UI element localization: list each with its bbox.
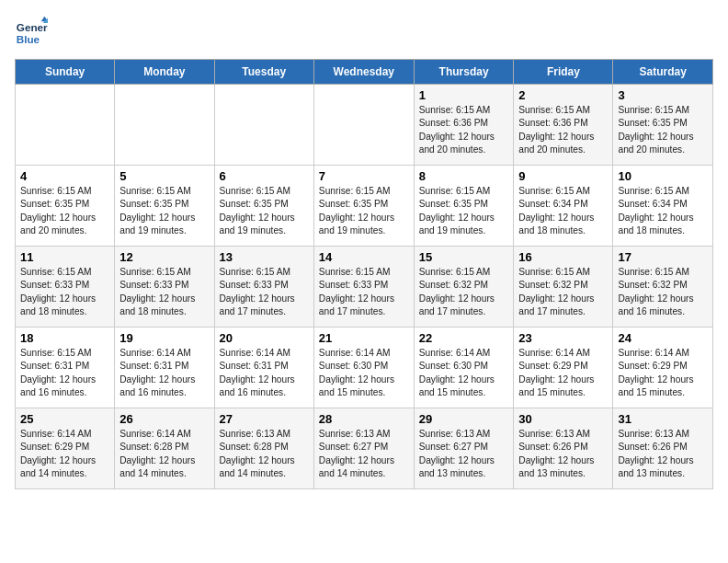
day-cell: 1Sunrise: 6:15 AM Sunset: 6:36 PM Daylig…: [414, 85, 514, 166]
logo-icon: General Blue: [15, 15, 48, 48]
day-number: 16: [518, 250, 608, 264]
day-number: 6: [220, 169, 309, 183]
day-number: 25: [20, 412, 109, 426]
day-info: Sunrise: 6:15 AM Sunset: 6:32 PM Dayligh…: [618, 266, 708, 318]
day-cell: 18Sunrise: 6:15 AM Sunset: 6:31 PM Dayli…: [16, 327, 115, 408]
week-row-1: 1Sunrise: 6:15 AM Sunset: 6:36 PM Daylig…: [16, 85, 713, 166]
day-cell: [214, 85, 313, 166]
day-number: 1: [419, 88, 509, 102]
day-number: 17: [618, 250, 708, 264]
day-number: 23: [518, 331, 608, 345]
day-number: 22: [419, 331, 509, 345]
day-info: Sunrise: 6:15 AM Sunset: 6:35 PM Dayligh…: [618, 104, 708, 156]
day-header-thursday: Thursday: [414, 60, 514, 85]
day-info: Sunrise: 6:15 AM Sunset: 6:33 PM Dayligh…: [119, 266, 209, 318]
day-info: Sunrise: 6:14 AM Sunset: 6:30 PM Dayligh…: [419, 347, 509, 399]
day-cell: 5Sunrise: 6:15 AM Sunset: 6:35 PM Daylig…: [115, 166, 214, 247]
day-info: Sunrise: 6:14 AM Sunset: 6:29 PM Dayligh…: [20, 428, 109, 480]
week-row-3: 11Sunrise: 6:15 AM Sunset: 6:33 PM Dayli…: [16, 247, 713, 327]
day-cell: 7Sunrise: 6:15 AM Sunset: 6:35 PM Daylig…: [313, 166, 414, 247]
day-info: Sunrise: 6:13 AM Sunset: 6:28 PM Dayligh…: [220, 428, 309, 480]
day-cell: 21Sunrise: 6:14 AM Sunset: 6:30 PM Dayli…: [313, 327, 414, 408]
day-number: 15: [419, 250, 509, 264]
day-header-sunday: Sunday: [16, 60, 115, 85]
day-cell: 15Sunrise: 6:15 AM Sunset: 6:32 PM Dayli…: [414, 247, 514, 327]
day-header-wednesday: Wednesday: [313, 60, 414, 85]
day-number: 27: [220, 412, 309, 426]
day-info: Sunrise: 6:14 AM Sunset: 6:30 PM Dayligh…: [319, 347, 409, 399]
day-number: 2: [518, 88, 608, 102]
day-cell: [16, 85, 115, 166]
day-info: Sunrise: 6:15 AM Sunset: 6:33 PM Dayligh…: [220, 266, 309, 318]
day-info: Sunrise: 6:15 AM Sunset: 6:32 PM Dayligh…: [518, 266, 608, 318]
day-number: 5: [119, 169, 209, 183]
day-cell: [313, 85, 414, 166]
day-cell: 24Sunrise: 6:14 AM Sunset: 6:29 PM Dayli…: [613, 327, 713, 408]
day-number: 19: [119, 331, 209, 345]
day-cell: 8Sunrise: 6:15 AM Sunset: 6:35 PM Daylig…: [414, 166, 514, 247]
day-number: 12: [119, 250, 209, 264]
day-number: 3: [618, 88, 708, 102]
day-cell: 25Sunrise: 6:14 AM Sunset: 6:29 PM Dayli…: [16, 408, 115, 489]
calendar-body: 1Sunrise: 6:15 AM Sunset: 6:36 PM Daylig…: [16, 85, 713, 489]
day-cell: 4Sunrise: 6:15 AM Sunset: 6:35 PM Daylig…: [16, 166, 115, 247]
day-cell: [115, 85, 214, 166]
day-cell: 23Sunrise: 6:14 AM Sunset: 6:29 PM Dayli…: [514, 327, 613, 408]
day-number: 31: [618, 412, 708, 426]
day-info: Sunrise: 6:15 AM Sunset: 6:35 PM Dayligh…: [220, 185, 309, 237]
week-row-2: 4Sunrise: 6:15 AM Sunset: 6:35 PM Daylig…: [16, 166, 713, 247]
day-cell: 10Sunrise: 6:15 AM Sunset: 6:34 PM Dayli…: [613, 166, 713, 247]
day-header-tuesday: Tuesday: [214, 60, 313, 85]
day-header-monday: Monday: [115, 60, 214, 85]
day-cell: 27Sunrise: 6:13 AM Sunset: 6:28 PM Dayli…: [214, 408, 313, 489]
day-info: Sunrise: 6:15 AM Sunset: 6:35 PM Dayligh…: [319, 185, 409, 237]
day-cell: 31Sunrise: 6:13 AM Sunset: 6:26 PM Dayli…: [613, 408, 713, 489]
day-header-friday: Friday: [514, 60, 613, 85]
day-cell: 28Sunrise: 6:13 AM Sunset: 6:27 PM Dayli…: [313, 408, 414, 489]
day-info: Sunrise: 6:14 AM Sunset: 6:28 PM Dayligh…: [119, 428, 209, 480]
day-cell: 16Sunrise: 6:15 AM Sunset: 6:32 PM Dayli…: [514, 247, 613, 327]
day-info: Sunrise: 6:14 AM Sunset: 6:31 PM Dayligh…: [119, 347, 209, 399]
day-number: 11: [20, 250, 109, 264]
day-info: Sunrise: 6:15 AM Sunset: 6:33 PM Dayligh…: [20, 266, 109, 318]
day-info: Sunrise: 6:15 AM Sunset: 6:31 PM Dayligh…: [20, 347, 109, 399]
day-cell: 22Sunrise: 6:14 AM Sunset: 6:30 PM Dayli…: [414, 327, 514, 408]
logo: General Blue: [15, 15, 48, 48]
day-cell: 17Sunrise: 6:15 AM Sunset: 6:32 PM Dayli…: [613, 247, 713, 327]
day-info: Sunrise: 6:15 AM Sunset: 6:35 PM Dayligh…: [419, 185, 509, 237]
calendar-table: SundayMondayTuesdayWednesdayThursdayFrid…: [15, 59, 713, 489]
day-number: 24: [618, 331, 708, 345]
day-info: Sunrise: 6:15 AM Sunset: 6:36 PM Dayligh…: [518, 104, 608, 156]
day-info: Sunrise: 6:15 AM Sunset: 6:32 PM Dayligh…: [419, 266, 509, 318]
day-info: Sunrise: 6:15 AM Sunset: 6:35 PM Dayligh…: [20, 185, 109, 237]
calendar-header: SundayMondayTuesdayWednesdayThursdayFrid…: [16, 60, 713, 85]
day-info: Sunrise: 6:14 AM Sunset: 6:29 PM Dayligh…: [518, 347, 608, 399]
day-number: 30: [518, 412, 608, 426]
day-cell: 19Sunrise: 6:14 AM Sunset: 6:31 PM Dayli…: [115, 327, 214, 408]
day-cell: 14Sunrise: 6:15 AM Sunset: 6:33 PM Dayli…: [313, 247, 414, 327]
day-cell: 3Sunrise: 6:15 AM Sunset: 6:35 PM Daylig…: [613, 85, 713, 166]
day-info: Sunrise: 6:14 AM Sunset: 6:29 PM Dayligh…: [618, 347, 708, 399]
day-info: Sunrise: 6:15 AM Sunset: 6:36 PM Dayligh…: [419, 104, 509, 156]
week-row-4: 18Sunrise: 6:15 AM Sunset: 6:31 PM Dayli…: [16, 327, 713, 408]
day-number: 10: [618, 169, 708, 183]
day-number: 8: [419, 169, 509, 183]
day-info: Sunrise: 6:15 AM Sunset: 6:34 PM Dayligh…: [618, 185, 708, 237]
day-header-saturday: Saturday: [613, 60, 713, 85]
day-number: 7: [319, 169, 409, 183]
week-row-5: 25Sunrise: 6:14 AM Sunset: 6:29 PM Dayli…: [16, 408, 713, 489]
day-cell: 6Sunrise: 6:15 AM Sunset: 6:35 PM Daylig…: [214, 166, 313, 247]
day-info: Sunrise: 6:13 AM Sunset: 6:26 PM Dayligh…: [618, 428, 708, 480]
day-info: Sunrise: 6:15 AM Sunset: 6:33 PM Dayligh…: [319, 266, 409, 318]
day-number: 26: [119, 412, 209, 426]
day-number: 18: [20, 331, 109, 345]
day-number: 20: [220, 331, 309, 345]
day-cell: 2Sunrise: 6:15 AM Sunset: 6:36 PM Daylig…: [514, 85, 613, 166]
day-number: 28: [319, 412, 409, 426]
day-number: 14: [319, 250, 409, 264]
day-info: Sunrise: 6:13 AM Sunset: 6:27 PM Dayligh…: [319, 428, 409, 480]
day-cell: 20Sunrise: 6:14 AM Sunset: 6:31 PM Dayli…: [214, 327, 313, 408]
days-of-week-row: SundayMondayTuesdayWednesdayThursdayFrid…: [16, 60, 713, 85]
day-number: 13: [220, 250, 309, 264]
page-header: General Blue: [15, 15, 713, 48]
